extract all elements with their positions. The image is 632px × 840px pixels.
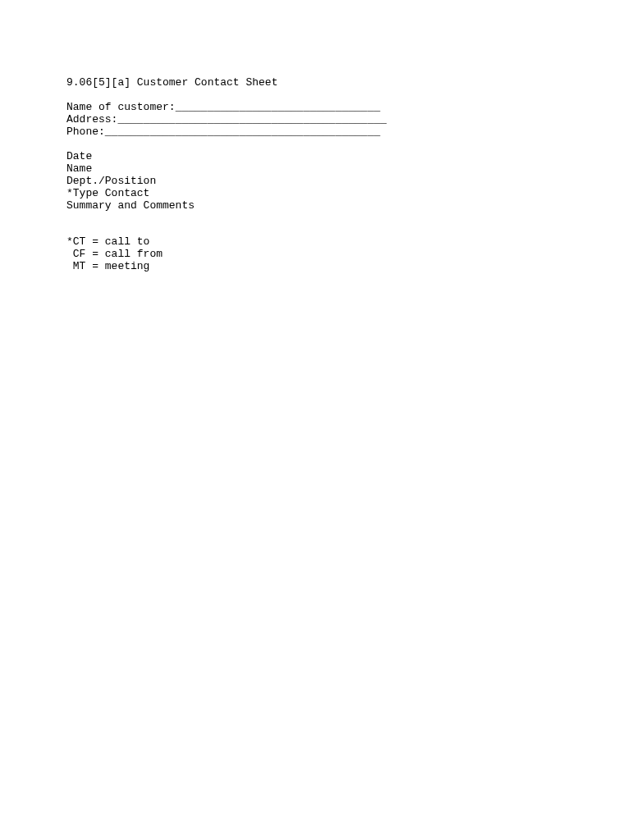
- spacer: [66, 224, 632, 236]
- address-blank: ________________________________________…: [117, 113, 387, 126]
- spacer: [66, 212, 632, 224]
- name-label: Name of customer:: [66, 101, 176, 113]
- field-address: Address:________________________________…: [66, 114, 632, 126]
- field-name: Name of customer:_______________________…: [66, 102, 632, 114]
- spacer: [66, 89, 632, 102]
- column-type: *Type Contact: [66, 188, 632, 200]
- column-date: Date: [66, 151, 632, 163]
- column-name: Name: [66, 163, 632, 176]
- address-label: Address:: [66, 113, 117, 126]
- name-blank: ________________________________: [176, 101, 381, 113]
- phone-label: Phone:: [66, 126, 105, 138]
- document-page: 9.06[5][a] Customer Contact Sheet Name o…: [0, 0, 632, 273]
- legend-mt: MT = meeting: [66, 261, 632, 273]
- legend-cf: CF = call from: [66, 249, 632, 261]
- phone-blank: ________________________________________…: [105, 126, 380, 138]
- column-dept: Dept./Position: [66, 176, 632, 188]
- spacer: [66, 139, 632, 151]
- page-title: 9.06[5][a] Customer Contact Sheet: [66, 77, 632, 89]
- field-phone: Phone:__________________________________…: [66, 126, 632, 139]
- legend-ct: *CT = call to: [66, 236, 632, 249]
- column-summary: Summary and Comments: [66, 200, 632, 212]
